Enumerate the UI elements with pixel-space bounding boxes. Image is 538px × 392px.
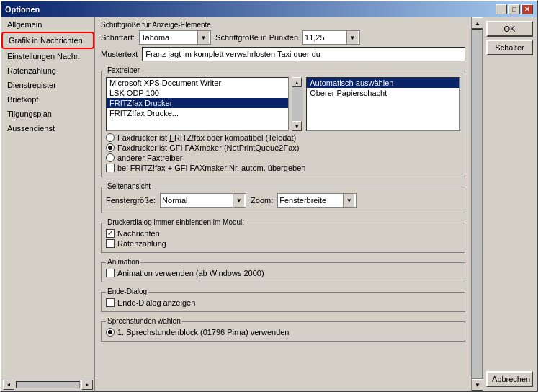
zoom-value: Fensterbreite — [279, 196, 343, 205]
mustertext-value: Franz jagt im komplett verwahrlosten Tax… — [145, 50, 320, 58]
fax-checkbox-1[interactable] — [106, 164, 115, 172]
mustertext-label: Mustertext — [101, 50, 138, 58]
sidebar-item-allgemein[interactable]: Allgemein — [1, 17, 94, 32]
fax-left-list-container: Microsoft XPS Document Writer LSK ODP 10… — [106, 77, 289, 131]
ende-dialog-checkbox[interactable] — [106, 298, 115, 307]
title-bar: Optionen _ □ ✕ — [1, 1, 537, 17]
druckerdialog-section: Druckerdialog immer einblenden im Modul:… — [101, 223, 465, 253]
sprechstunden-label: 1. Sprechstundenblock (01796 Pirna) verw… — [117, 328, 289, 337]
zoom-combo[interactable]: Fensterbreite ▼ — [277, 193, 357, 208]
fax-right-listbox[interactable]: Automatisch auswählen Oberer Papierschac… — [306, 77, 460, 131]
fax-left-listbox[interactable]: Microsoft XPS Document Writer LSK ODP 10… — [106, 77, 289, 131]
fax-list-item-3[interactable]: FRITZ!fax Drucke... — [107, 108, 288, 118]
schriftart-row: Schriftart: Tahoma ▼ Schriftgröße in Pun… — [101, 30, 465, 45]
seitenansicht-row: Fenstergröße: Normal ▼ Zoom: Fensterbrei… — [106, 193, 460, 208]
druckerdialog-ratenzahlung-label: Ratenzahlung — [117, 239, 166, 248]
main-scrollbar: ▲ ▼ — [471, 17, 483, 391]
druckerdialog-title: Druckerdialog immer einblenden im Modul: — [106, 218, 246, 226]
ende-dialog-label: Ende-Dialog anzeigen — [117, 298, 195, 307]
sidebar-scrollbar: ◂ ▸ — [1, 378, 94, 391]
maximize-button[interactable]: □ — [508, 4, 520, 14]
animation-section: Animation Animation verwenden (ab Window… — [101, 262, 465, 282]
fenstergroesse-value: Normal — [162, 196, 233, 205]
animation-checkbox[interactable] — [106, 269, 115, 277]
scrollbar-down[interactable]: ▼ — [472, 379, 483, 391]
sidebar: Allgemein Grafik in Nachrichten Einstell… — [1, 17, 95, 391]
fax-list-item-0[interactable]: Microsoft XPS Document Writer — [107, 78, 288, 88]
main-scroll-wrapper: Schriftgröße für Anzeige-Elemente Schrif… — [95, 17, 483, 391]
right-buttons: OK Schalter Abbrechen — [483, 17, 537, 391]
fax-left-scrollbar: ▲ ▼ — [292, 77, 303, 131]
fax-list-item-2[interactable]: FRITZfax Drucker — [107, 98, 288, 108]
sidebar-item-aussendienst[interactable]: Aussendienst — [1, 121, 94, 135]
fax-list-item-1[interactable]: LSK ODP 100 — [107, 88, 288, 98]
sidebar-scroll-right[interactable]: ▸ — [81, 380, 93, 390]
schriftart-label: Schriftart: — [101, 33, 135, 42]
fax-checkbox-1-label: bei FRITZ!fax + GFI FAXmaker Nr. autom. … — [117, 164, 305, 172]
main-content: Schriftgröße für Anzeige-Elemente Schrif… — [95, 17, 471, 391]
seitenansicht-section: Seitenansicht Fenstergröße: Normal ▼ Zoo… — [101, 187, 465, 213]
seitenansicht-title: Seitenansicht — [106, 182, 152, 190]
ende-dialog-title: Ende-Dialog — [106, 288, 148, 295]
animation-label: Animation verwenden (ab Windows 2000) — [117, 269, 264, 277]
ende-dialog-row: Ende-Dialog anzeigen — [106, 298, 460, 307]
faxtreiber-title: Faxtreiber — [106, 66, 141, 74]
sprechstunden-radio[interactable] — [106, 328, 115, 337]
fenstergroesse-combo[interactable]: Normal ▼ — [160, 193, 246, 208]
fax-radio-1-row: Faxdrucker ist FRITZ!fax oder kompatibel… — [106, 133, 460, 142]
schriftgroesse-arrow[interactable]: ▼ — [346, 31, 358, 44]
druckerdialog-ratenzahlung-checkbox[interactable] — [106, 239, 115, 248]
fax-right-item-1[interactable]: Oberer Papierschacht — [307, 88, 459, 98]
schriftart-combo[interactable]: Tahoma ▼ — [139, 30, 211, 45]
ok-button[interactable]: OK — [486, 21, 533, 37]
window-title: Optionen — [5, 5, 40, 14]
druckerdialog-nachrichten-label: Nachrichten — [117, 229, 160, 238]
fax-scroll-down[interactable]: ▼ — [292, 121, 302, 131]
fax-radio-3-label: anderer Faxtreiber — [117, 153, 183, 162]
sidebar-item-einstellungen[interactable]: Einstellungen Nachr. — [1, 49, 94, 63]
scrollbar-up[interactable]: ▲ — [472, 17, 483, 29]
fax-radio-2-label: Faxdrucker ist GFI FAXmaker (NetPrintQue… — [117, 143, 299, 152]
zoom-label: Zoom: — [251, 196, 273, 205]
fax-scroll-up[interactable]: ▲ — [292, 77, 302, 87]
schriftart-arrow[interactable]: ▼ — [197, 31, 209, 44]
fenstergroesse-arrow[interactable]: ▼ — [233, 194, 244, 207]
schalter-button[interactable]: Schalter — [486, 40, 533, 55]
schriftgroesse-combo[interactable]: 11,25 ▼ — [302, 30, 360, 45]
sidebar-item-tilgungsplan[interactable]: Tilgungsplan — [1, 107, 94, 121]
fax-scroll-thumb — [292, 87, 303, 121]
sidebar-scroll-left[interactable]: ◂ — [3, 380, 14, 390]
schrift-section-title: Schriftgröße für Anzeige-Elemente — [101, 21, 465, 29]
mustertext-input[interactable]: Franz jagt im komplett verwahrlosten Tax… — [142, 47, 465, 61]
scrollbar-track[interactable] — [472, 29, 483, 379]
ende-dialog-section: Ende-Dialog Ende-Dialog anzeigen — [101, 292, 465, 312]
options-window: Optionen _ □ ✕ Allgemein Grafik in Nachr… — [0, 0, 538, 392]
sidebar-item-ratenzahlung[interactable]: Ratenzahlung — [1, 63, 94, 78]
close-button[interactable]: ✕ — [521, 4, 533, 14]
animation-title: Animation — [106, 258, 140, 266]
sidebar-item-briefkopf[interactable]: Briefkopf — [1, 92, 94, 107]
zoom-arrow[interactable]: ▼ — [343, 194, 354, 207]
fenstergroesse-label: Fenstergröße: — [106, 196, 156, 205]
sprechstunden-section: Sprechstunden wählen 1. Sprechstundenblo… — [101, 321, 465, 342]
schriftgroesse-value: 11,25 — [305, 33, 346, 42]
druckerdialog-nachrichten-row: Nachrichten — [106, 229, 460, 238]
abbrechen-button[interactable]: Abbrechen — [486, 371, 533, 387]
minimize-button[interactable]: _ — [496, 4, 507, 14]
fax-radio-3[interactable] — [106, 153, 115, 162]
sidebar-item-grafik[interactable]: Grafik in Nachrichten — [1, 32, 94, 49]
fax-radio-2-row: Faxdrucker ist GFI FAXmaker (NetPrintQue… — [106, 143, 460, 152]
faxtreiber-section: Faxtreiber Microsoft XPS Document Writer… — [101, 71, 465, 177]
sprechstunden-row: 1. Sprechstundenblock (01796 Pirna) verw… — [106, 328, 460, 337]
schriftgroesse-label: Schriftgröße in Punkten — [215, 33, 298, 42]
fax-radio-1-label: Faxdrucker ist FRITZ!fax oder kompatibel… — [117, 133, 296, 142]
mustertext-row: Mustertext Franz jagt im komplett verwah… — [101, 47, 465, 61]
animation-row: Animation verwenden (ab Windows 2000) — [106, 269, 460, 277]
sprechstunden-title: Sprechstunden wählen — [106, 317, 182, 325]
sidebar-item-dienstregister[interactable]: Dienstregister — [1, 78, 94, 92]
druckerdialog-ratenzahlung-row: Ratenzahlung — [106, 239, 460, 248]
fax-right-item-0[interactable]: Automatisch auswählen — [307, 78, 459, 88]
druckerdialog-nachrichten-checkbox[interactable] — [106, 229, 115, 238]
fax-radio-2[interactable] — [106, 143, 115, 152]
fax-radio-1[interactable] — [106, 133, 115, 142]
